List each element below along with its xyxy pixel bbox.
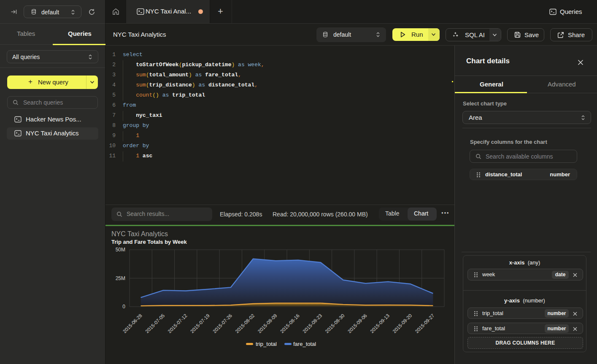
svg-text:0: 0 xyxy=(122,304,125,310)
svg-text:2015-08-09: 2015-08-09 xyxy=(257,313,278,334)
svg-text:2015-08-23: 2015-08-23 xyxy=(302,313,323,334)
svg-text:2015-07-12: 2015-07-12 xyxy=(167,313,188,334)
svg-text:50M: 50M xyxy=(116,247,125,253)
svg-text:2015-09-20: 2015-09-20 xyxy=(392,313,413,334)
svg-text:2015-06-28: 2015-06-28 xyxy=(122,313,143,334)
svg-text:2015-07-05: 2015-07-05 xyxy=(144,313,165,334)
svg-text:2015-08-16: 2015-08-16 xyxy=(279,313,300,334)
svg-text:fare_total: fare_total xyxy=(293,341,316,347)
svg-text:2015-09-06: 2015-09-06 xyxy=(347,313,368,334)
svg-text:2015-07-26: 2015-07-26 xyxy=(212,313,233,334)
svg-text:25M: 25M xyxy=(116,275,125,281)
svg-text:2015-08-02: 2015-08-02 xyxy=(234,313,255,334)
svg-text:2015-09-27: 2015-09-27 xyxy=(414,313,435,334)
svg-text:trip_total: trip_total xyxy=(256,341,277,347)
svg-text:2015-09-13: 2015-09-13 xyxy=(369,313,390,334)
svg-text:2015-08-30: 2015-08-30 xyxy=(324,313,346,334)
svg-text:2015-07-19: 2015-07-19 xyxy=(189,313,211,334)
